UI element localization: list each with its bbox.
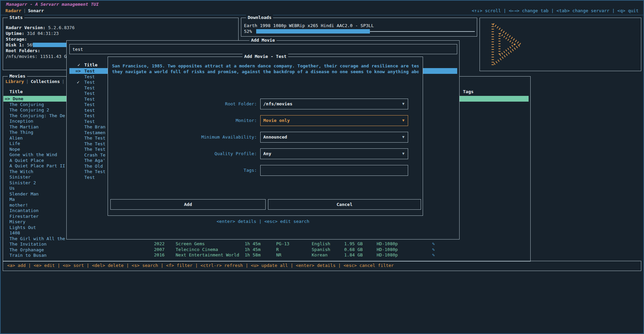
movie-row[interactable]: Ma xyxy=(3,196,65,202)
monitor-select[interactable]: Movie only▼ xyxy=(260,115,408,126)
movie-row[interactable]: 1408 xyxy=(3,230,65,236)
stats-version-line: Radarr Version: 5.2.6.8376 xyxy=(6,25,75,30)
result-title: Test xyxy=(84,113,95,119)
version-value: 5.2.6.8376 xyxy=(48,25,74,30)
movie-row[interactable]: Lights Out xyxy=(3,225,65,230)
managarr-app: Managarr - A Servarr management TUI Rada… xyxy=(0,0,644,334)
results-header-monitored: ✓ xyxy=(77,62,80,67)
movie-cell-language: Spanish xyxy=(312,247,330,252)
movie-cell-runtime: 1h 45m xyxy=(245,247,261,252)
movie-row[interactable]: A Quiet Place Part II xyxy=(3,163,65,169)
stats-storage-line: Storage: xyxy=(6,37,27,42)
movie-row[interactable]: The Conjuring 2 xyxy=(3,107,65,113)
movie-row[interactable]: Us xyxy=(3,185,65,191)
tab-separator: | xyxy=(60,79,67,84)
movie-row[interactable]: Alien xyxy=(3,135,65,141)
play-logo-icon xyxy=(487,20,526,68)
result-title: The Old xyxy=(84,163,103,169)
movie-row[interactable]: The Conjuring xyxy=(3,102,65,107)
version-label: Radarr Version: xyxy=(6,25,45,30)
header-keybinds: <↑↓> scroll | <←→> change tab | <tab> ch… xyxy=(472,8,639,13)
movie-row[interactable]: Incantation xyxy=(3,208,65,213)
tab-sonarr[interactable]: Sonarr xyxy=(28,8,44,13)
tab-radarr[interactable]: Radarr xyxy=(5,8,21,13)
result-title: The Test xyxy=(84,135,106,141)
movie-row[interactable]: mother! xyxy=(3,202,65,208)
selection-arrow: => xyxy=(75,68,81,74)
movie-row[interactable]: The Thing xyxy=(3,129,65,135)
result-title: Test xyxy=(84,174,95,180)
movie-row[interactable]: The Conjuring: The De xyxy=(3,113,65,119)
movie-cell-studio: Next Entertainment World xyxy=(176,252,239,258)
chevron-down-icon: ▼ xyxy=(402,149,404,159)
monitor-label: Monitor: xyxy=(108,115,257,126)
pencil-icon: ✎ xyxy=(432,247,435,252)
result-title: Testamen xyxy=(84,130,106,135)
quality-profile-select[interactable]: Any▼ xyxy=(260,148,408,159)
movie-row[interactable]: Sinister xyxy=(3,174,65,180)
movie-row[interactable]: The Invitation xyxy=(3,241,65,247)
disk-label: Disk 1: xyxy=(6,42,24,47)
result-title: Test xyxy=(84,90,95,96)
result-title: Test xyxy=(84,68,95,74)
column-header-title: Title xyxy=(9,89,23,94)
monitor-value: Movie only xyxy=(263,116,290,126)
result-title: The Test xyxy=(84,141,106,147)
movie-row[interactable]: Gone with the Wind xyxy=(3,152,65,158)
chevron-down-icon: ▼ xyxy=(402,116,404,126)
movie-row[interactable]: Train to Busan xyxy=(3,252,65,258)
movie-row[interactable]: Sinister 2 xyxy=(3,180,65,186)
download-item-title: Earth 1998 1080p WEBRip x265 Hindi AAC2.… xyxy=(244,23,374,28)
minimum-availability-select[interactable]: Announced▼ xyxy=(260,132,408,143)
movies-tabs: Library|Collections| xyxy=(5,79,67,84)
logo-panel xyxy=(480,18,641,71)
result-title: test xyxy=(84,107,95,113)
tab-collections[interactable]: Collections xyxy=(31,79,60,84)
tags-input[interactable] xyxy=(260,165,408,176)
header-divider xyxy=(1,15,643,15)
movie-row[interactable]: Nope xyxy=(3,146,65,152)
stats-uptime-line: Uptime: 31d 04:31:23 xyxy=(6,31,59,36)
cancel-button[interactable]: Cancel xyxy=(268,199,421,210)
movie-search-input[interactable] xyxy=(72,45,454,53)
column-header-tags: Tags xyxy=(463,89,473,94)
movie-cell-language: Korean xyxy=(312,252,328,258)
movie-row[interactable]: => Dune xyxy=(3,96,65,102)
quality-profile-value: Any xyxy=(263,149,271,159)
movie-cell-quality: HD-1080p xyxy=(377,252,398,258)
downloads-panel-title: Downloads xyxy=(246,15,273,20)
root-folder-select[interactable]: /nfs/movies▼ xyxy=(260,99,408,109)
movie-row[interactable]: Misery xyxy=(3,219,65,225)
result-title: The Bran xyxy=(84,124,106,130)
chevron-down-icon: ▼ xyxy=(402,132,404,142)
movie-row[interactable]: Firestarter xyxy=(3,213,65,219)
movie-row[interactable]: The Martian xyxy=(3,124,65,130)
stats-rootfolder-value: /nfs/movies: 11511.43 GB xyxy=(6,54,69,59)
movie-row[interactable]: A Quiet Place xyxy=(3,158,65,163)
movie-row[interactable]: The Witch xyxy=(3,169,65,174)
add-movie-modal: Add Movie - Test San Francisco, 1985. Tw… xyxy=(108,57,423,216)
tab-separator: | xyxy=(24,79,31,84)
movie-cell-year: 2016 xyxy=(154,252,164,258)
stats-rootfolders-line: Root Folders: xyxy=(6,48,40,53)
result-title: Test xyxy=(84,96,95,102)
result-title: Test xyxy=(84,79,95,85)
uptime-value: 31d 04:31:23 xyxy=(27,31,59,36)
result-title: The Test xyxy=(84,169,106,174)
app-title: Managarr - A Servarr management TUI xyxy=(6,2,99,7)
movie-row[interactable]: Life xyxy=(3,141,65,146)
movie-cell-language: English xyxy=(312,241,330,247)
tab-library[interactable]: Library xyxy=(5,79,24,84)
movie-row[interactable]: Slender Man xyxy=(3,191,65,197)
movie-cell-year: 2007 xyxy=(154,247,164,252)
movie-row[interactable]: Inception xyxy=(3,118,65,124)
movie-overview-line1: San Francisco, 1985. Two opposites attra… xyxy=(112,63,419,68)
result-title: The Test xyxy=(84,146,106,152)
result-title: Test xyxy=(84,74,95,80)
movie-cell-quality: HD-1080p xyxy=(377,247,398,252)
movie-cell-size: 0.68 GB xyxy=(344,247,363,252)
add-button[interactable]: Add xyxy=(110,199,266,210)
movie-row[interactable]: The Girl with All the xyxy=(3,236,65,242)
movie-row[interactable]: The Orphanage xyxy=(3,247,65,253)
servarr-tabs: Radarr|Sonarr xyxy=(5,8,44,13)
